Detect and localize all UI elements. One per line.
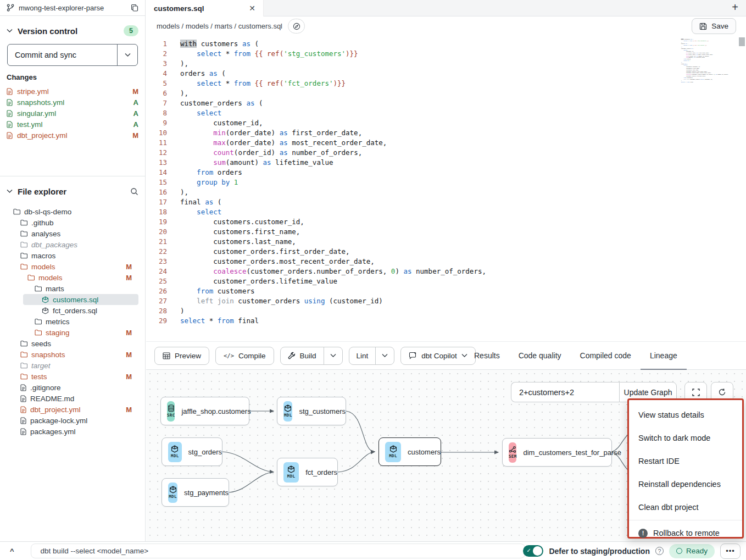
new-tab-button[interactable]: +	[732, 1, 738, 14]
tree-item-.gitignore[interactable]: .gitignore	[7, 382, 138, 393]
code-line-29[interactable]: 29select * from final	[146, 316, 746, 326]
change-item-singular.yml[interactable]: singular.yml A	[7, 108, 138, 119]
code-line-20[interactable]: 20 customers.first_name,	[146, 227, 746, 237]
lineage-node-stg_payments[interactable]: MDL stg_payments	[162, 478, 229, 507]
tree-item-models[interactable]: modelsM	[7, 272, 138, 283]
more-options-button[interactable]: •••	[720, 544, 741, 559]
change-item-test.yml[interactable]: test.yml A	[7, 119, 138, 130]
code-line-14[interactable]: 14 from orders	[146, 168, 746, 178]
code-line-2[interactable]: 2 select * from {{ ref('stg_customers')}…	[146, 49, 746, 59]
code-line-15[interactable]: 15 group by 1	[146, 178, 746, 187]
change-item-stripe.yml[interactable]: stripe.yml M	[7, 86, 138, 97]
code-line-16[interactable]: 16),	[146, 187, 746, 197]
menu-item-clean-dbt-project[interactable]: Clean dbt project	[629, 496, 742, 519]
defer-toggle[interactable]: ✓	[523, 545, 543, 557]
code-line-4[interactable]: 4orders as (	[146, 69, 746, 79]
code-line-26[interactable]: 26 from customers	[146, 286, 746, 296]
code-line-1[interactable]: 1with customers as (	[146, 39, 746, 49]
lineage-panel[interactable]: SRC jaffle_shop.customers MDL stg_custom…	[146, 370, 746, 541]
code-line-9[interactable]: 9 customer_id,	[146, 118, 746, 128]
code-line-11[interactable]: 11 max(order_date) as most_recent_order_…	[146, 138, 746, 148]
code-line-5[interactable]: 5 select * from {{ ref('fct_orders')}}	[146, 79, 746, 88]
code-line-27[interactable]: 27 left join customer_orders using (cust…	[146, 296, 746, 306]
code-line-7[interactable]: 7customer_orders as (	[146, 98, 746, 108]
commit-and-sync-button[interactable]: Commit and sync	[7, 44, 138, 66]
navigate-button[interactable]	[288, 19, 305, 34]
code-line-13[interactable]: 13 sum(amount) as lifetime_value	[146, 158, 746, 168]
lint-dropdown-caret[interactable]	[375, 347, 394, 364]
tree-item-dbt_packages[interactable]: dbt_packages	[7, 239, 138, 250]
tree-item-target[interactable]: target	[7, 360, 138, 371]
commit-and-sync-label[interactable]: Commit and sync	[8, 45, 117, 65]
tree-item-README.md[interactable]: README.md	[7, 393, 138, 404]
tab-lineage[interactable]: Lineage	[641, 342, 687, 370]
minimap[interactable]: with customers as ( select * from {{ ref…	[679, 38, 732, 115]
dbt-command-input[interactable]: dbt build --select <model_name>	[31, 544, 525, 558]
tab-compiled-code[interactable]: Compiled code	[571, 342, 641, 370]
tab-results[interactable]: Results	[465, 342, 509, 370]
build-dropdown-caret[interactable]	[324, 347, 342, 364]
tree-item-packages.yml[interactable]: packages.yml	[7, 426, 138, 437]
code-line-10[interactable]: 10 min(order_date) as first_order_date,	[146, 128, 746, 138]
tree-item-models[interactable]: modelsM	[7, 261, 138, 272]
chevron-down-icon[interactable]	[7, 189, 13, 193]
change-item-dbt_project.yml[interactable]: dbt_project.yml M	[7, 130, 138, 141]
code-line-8[interactable]: 8 select	[146, 108, 746, 118]
code-line-21[interactable]: 21 customers.last_name,	[146, 237, 746, 247]
change-item-snapshots.yml[interactable]: snapshots.yml A	[7, 97, 138, 108]
lineage-node-customers[interactable]: MDL customers	[378, 437, 441, 466]
lineage-selector-input[interactable]	[511, 382, 619, 402]
status-ready-badge[interactable]: Ready	[669, 544, 715, 558]
tree-item-customers.sql[interactable]: customers.sql	[23, 294, 138, 305]
lint-button[interactable]: Lint	[349, 347, 376, 364]
help-icon[interactable]: ?	[655, 547, 664, 555]
chevron-down-icon[interactable]	[7, 29, 13, 33]
build-button[interactable]: Build	[281, 347, 324, 364]
tree-item-seeds[interactable]: seeds	[7, 338, 138, 349]
tree-item-.github[interactable]: .github	[7, 217, 138, 228]
tree-item-db-sl-qs-demo[interactable]: db-sl-qs-demo	[7, 206, 138, 217]
tree-item-analyses[interactable]: analyses	[7, 228, 138, 239]
code-line-24[interactable]: 24 coalesce(customer_orders.number_of_or…	[146, 267, 746, 276]
code-line-6[interactable]: 6),	[146, 88, 746, 98]
menu-item-view-status-details[interactable]: View status details	[629, 403, 742, 426]
lineage-node-fct_orders[interactable]: MDL fct_orders	[277, 458, 338, 486]
code-editor[interactable]: 1with customers as (2 select * from {{ r…	[146, 36, 746, 341]
menu-item-switch-to-dark-mode[interactable]: Switch to dark mode	[629, 426, 742, 450]
tree-item-fct_orders.sql[interactable]: fct_orders.sql	[7, 305, 138, 316]
collapse-chevron[interactable]: ^	[10, 547, 14, 555]
menu-item-rollback-to-remote[interactable]: ! Rollback to remote	[629, 522, 742, 545]
tree-item-snapshots[interactable]: snapshotsM	[7, 349, 138, 360]
code-line-17[interactable]: 17final as (	[146, 197, 746, 207]
code-lines[interactable]: 1with customers as (2 select * from {{ r…	[146, 36, 746, 326]
tree-item-metrics[interactable]: metrics	[7, 316, 138, 327]
search-icon[interactable]	[130, 187, 138, 196]
commit-dropdown-caret[interactable]	[117, 45, 137, 65]
tree-item-macros[interactable]: macros	[7, 250, 138, 261]
code-line-23[interactable]: 23 customer_orders.most_recent_order_dat…	[146, 257, 746, 267]
menu-item-reinstall-dependencies[interactable]: Reinstall dependencies	[629, 473, 742, 496]
code-line-12[interactable]: 12 count(order_id) as number_of_orders,	[146, 148, 746, 158]
tree-item-staging[interactable]: stagingM	[7, 327, 138, 338]
tree-item-dbt_project.yml[interactable]: dbt_project.ymlM	[7, 404, 138, 415]
preview-button[interactable]: Preview	[154, 347, 209, 365]
close-icon[interactable]: ✕	[249, 4, 255, 13]
save-button[interactable]: Save	[692, 18, 736, 34]
lineage-node-jaffle_shop.customers[interactable]: SRC jaffle_shop.customers	[160, 397, 249, 425]
tree-item-tests[interactable]: testsM	[7, 371, 138, 382]
lineage-node-stg_orders[interactable]: MDL stg_orders	[162, 437, 222, 466]
code-line-3[interactable]: 3),	[146, 59, 746, 69]
menu-item-restart-ide[interactable]: Restart IDE	[629, 450, 742, 473]
lineage-node-stg_customers[interactable]: MDL stg_customers	[277, 397, 346, 425]
copy-icon[interactable]	[131, 4, 138, 12]
tree-item-marts[interactable]: marts	[7, 283, 138, 294]
scrollbar-thumb[interactable]	[739, 37, 745, 46]
compile-button[interactable]: </> Compile	[215, 347, 274, 365]
code-line-25[interactable]: 25 customer_orders.lifetime_value	[146, 276, 746, 286]
lineage-node-dim_customers_test_for_parse[interactable]: SEM dim_customers_test_for_parse	[502, 438, 612, 467]
code-line-28[interactable]: 28)	[146, 306, 746, 316]
tree-item-package-lock.yml[interactable]: package-lock.yml	[7, 415, 138, 426]
code-line-18[interactable]: 18 select	[146, 207, 746, 217]
tab-customers-sql[interactable]: customers.sql ✕	[146, 0, 264, 16]
code-line-22[interactable]: 22 customer_orders.first_order_date,	[146, 247, 746, 257]
